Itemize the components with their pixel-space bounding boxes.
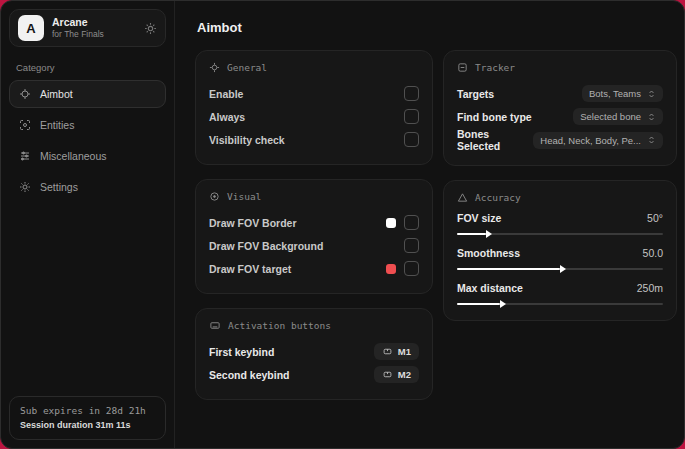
brand-subtitle: for The Finals [52,29,104,40]
mouse-icon [382,370,393,379]
app-window: A Arcane for The Finals Category [0,0,685,449]
select-value: Selected bone [580,111,641,122]
brand-logo: A [18,15,44,41]
session-duration: Session duration 31m 11s [20,420,155,430]
select-value: Bots, Teams [589,88,641,99]
triangle-icon [457,192,468,203]
slider-value: 50° [647,212,663,224]
sidebar-item-settings[interactable]: Settings [9,173,166,201]
keybind-value: M2 [398,369,411,380]
card-title: General [227,62,267,73]
setting-label: Always [209,111,245,123]
box-minus-icon [457,62,468,73]
setting-label: Find bone type [457,111,532,123]
sidebar-item-label: Settings [40,181,78,193]
setting-row-visibility-check: Visibility check [209,128,419,151]
select-value: Head, Neck, Body, Pe... [540,135,641,146]
gear-icon[interactable] [144,22,157,35]
unfold-icon [647,112,656,122]
subscription-expiry: Sub expires in 28d 21h [20,405,155,416]
sidebar-nav: Aimbot Entities [9,80,166,201]
category-label: Category [16,62,159,73]
setting-row-draw-fov-border: Draw FOV Border [209,211,419,234]
card-title: Accuracy [475,192,521,203]
setting-label: Smoothness [457,247,520,259]
slider-thumb[interactable] [486,230,492,238]
general-card: General Enable Always Visibility check [195,50,433,165]
crosshair-icon [19,88,31,100]
sidebar: A Arcane for The Finals Category [1,1,175,448]
setting-label: Targets [457,88,494,100]
focus-icon [209,191,220,202]
slider-thumb[interactable] [560,265,566,273]
color-swatch-red[interactable] [386,264,396,274]
draw-fov-border-checkbox[interactable] [404,215,419,230]
enable-checkbox[interactable] [404,86,419,101]
draw-fov-background-checkbox[interactable] [404,238,419,253]
accuracy-card: Accuracy FOV size 50° Smoothness [443,180,677,321]
max-distance-setting: Max distance 250m [457,282,663,305]
color-swatch-white[interactable] [386,218,396,228]
card-title: Tracker [475,62,515,73]
targets-select[interactable]: Bots, Teams [582,85,663,102]
sidebar-item-label: Miscellaneous [40,150,107,162]
main-content: Aimbot General Enable Alw [175,1,684,448]
find-bone-type-select[interactable]: Selected bone [573,108,663,125]
smoothness-setting: Smoothness 50.0 [457,247,663,270]
setting-label: Draw FOV Border [209,217,297,229]
mouse-icon [382,347,393,356]
setting-label: Bones Selected [457,128,533,152]
setting-row-first-keybind: First keybind M1 [209,340,419,363]
keybind-value: M1 [398,346,411,357]
unfold-icon [647,135,656,145]
gear-icon [19,181,31,193]
visual-card: Visual Draw FOV Border Draw FOV Backgrou… [195,179,433,294]
sliders-icon [19,150,31,162]
eye-scan-icon [19,119,31,131]
setting-row-enable: Enable [209,82,419,105]
second-keybind-button[interactable]: M2 [374,366,419,383]
first-keybind-button[interactable]: M1 [374,343,419,360]
crosshair-icon [209,62,220,73]
setting-label: Draw FOV Background [209,240,323,252]
bones-selected-select[interactable]: Head, Neck, Body, Pe... [533,132,663,149]
sidebar-item-aimbot[interactable]: Aimbot [9,80,166,108]
sidebar-item-label: Entities [40,119,74,131]
setting-row-draw-fov-background: Draw FOV Background [209,234,419,257]
brand-card: A Arcane for The Finals [9,9,166,47]
setting-row-always: Always [209,105,419,128]
sidebar-item-miscellaneous[interactable]: Miscellaneous [9,142,166,170]
fov-size-setting: FOV size 50° [457,212,663,235]
page-title: Aimbot [197,20,684,35]
setting-label: Max distance [457,282,523,294]
activation-card: Activation buttons First keybind M1 Seco… [195,308,433,400]
setting-row-bones-selected: Bones Selected Head, Neck, Body, Pe... [457,128,663,152]
subscription-card: Sub expires in 28d 21h Session duration … [9,396,166,440]
smoothness-slider[interactable] [457,268,663,270]
max-distance-slider[interactable] [457,303,663,305]
slider-thumb[interactable] [500,300,506,308]
sidebar-item-label: Aimbot [40,88,73,100]
setting-row-draw-fov-target: Draw FOV target [209,257,419,280]
fov-size-slider[interactable] [457,233,663,235]
setting-label: First keybind [209,346,274,358]
visibility-check-checkbox[interactable] [404,132,419,147]
sidebar-item-entities[interactable]: Entities [9,111,166,139]
setting-label: Visibility check [209,134,285,146]
setting-label: Enable [209,88,243,100]
setting-label: Second keybind [209,369,290,381]
draw-fov-target-checkbox[interactable] [404,261,419,276]
setting-row-targets: Targets Bots, Teams [457,82,663,105]
tracker-card: Tracker Targets Bots, Teams Find bone ty… [443,50,677,166]
setting-label: FOV size [457,212,501,224]
setting-label: Draw FOV target [209,263,291,275]
always-checkbox[interactable] [404,109,419,124]
slider-value: 50.0 [643,247,663,259]
slider-value: 250m [637,282,663,294]
card-title: Activation buttons [228,320,331,331]
card-title: Visual [227,191,261,202]
unfold-icon [647,89,656,99]
setting-row-find-bone-type: Find bone type Selected bone [457,105,663,128]
keyboard-icon [209,320,221,331]
setting-row-second-keybind: Second keybind M2 [209,363,419,386]
